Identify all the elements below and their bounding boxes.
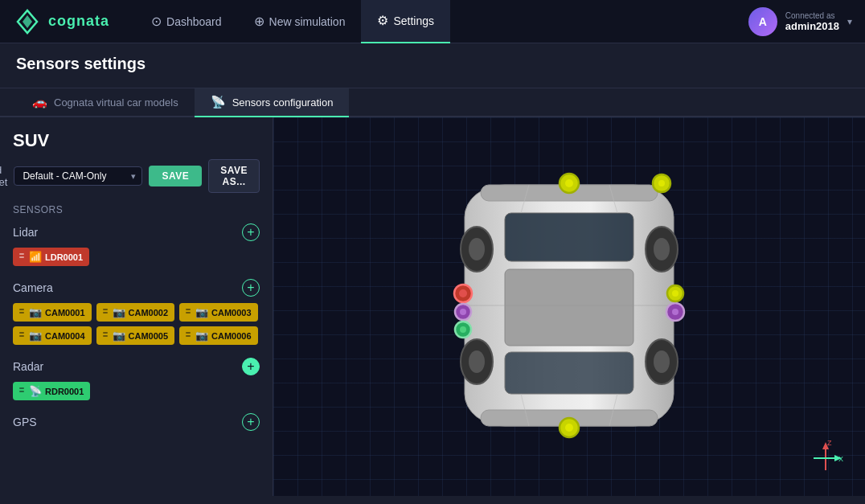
car-models-tab-icon: 🚗 — [32, 95, 47, 109]
camera-group-name: Camera — [13, 281, 53, 294]
avatar: A — [748, 7, 777, 36]
car-top-view — [400, 169, 738, 445]
radar-chip-rdr0001[interactable]: 📡 RDR0001 — [13, 382, 90, 400]
sensors-config-tab-icon: 📡 — [211, 95, 226, 109]
camera-chip-label-6: CAM0006 — [211, 331, 252, 341]
save-as-button[interactable]: SAVE AS... — [208, 159, 260, 193]
camera-chip-label-1: CAM0001 — [45, 308, 85, 318]
camera-chip-icon-2: 📷 — [113, 306, 125, 318]
lidar-chip-ldr0001[interactable]: 📶 LDR0001 — [13, 248, 89, 266]
svg-rect-3 — [505, 213, 633, 261]
lidar-chip-icon: 📶 — [29, 251, 42, 263]
svg-rect-4 — [505, 269, 633, 346]
header: cognata ⊙ Dashboard ⊕ New simulation ⚙ S… — [0, 0, 865, 43]
car-svg — [400, 169, 738, 442]
svg-marker-1 — [23, 15, 32, 28]
svg-point-28 — [460, 309, 466, 315]
camera-chip-label-5: CAM0005 — [129, 331, 169, 341]
logo-text: cognata — [48, 13, 109, 30]
radar-chips: 📡 RDR0001 — [13, 382, 260, 400]
svg-text:Z: Z — [827, 439, 832, 447]
svg-text:X: X — [838, 455, 843, 463]
connected-as-label: Connected as — [785, 11, 839, 20]
camera-chips: 📷 CAM0001 📷 CAM0002 📷 CAM0003 📷 CAM0004 — [13, 303, 260, 345]
svg-point-26 — [459, 289, 467, 297]
camera-chip-label-4: CAM0004 — [45, 331, 85, 341]
preset-select[interactable]: Default - CAM-Only Default - Lidar-Only … — [14, 166, 142, 186]
nav-settings-label: Settings — [393, 14, 434, 27]
add-camera-button[interactable]: + — [242, 279, 260, 297]
user-section: A Connected as admin2018 ▾ — [748, 7, 852, 36]
camera-chip-cam0005[interactable]: 📷 CAM0005 — [96, 326, 175, 345]
camera-chip-icon-5: 📷 — [113, 330, 125, 342]
nav-dashboard-label: Dashboard — [166, 15, 222, 28]
camera-chip-icon-1: 📷 — [29, 306, 42, 318]
sensor-group-radar: Radar + 📡 RDR0001 — [13, 358, 260, 400]
svg-point-34 — [672, 290, 678, 297]
car-visualization: Z X — [273, 117, 865, 496]
axes-indicator: Z X — [806, 438, 846, 481]
lidar-chips: 📶 LDR0001 — [13, 248, 260, 266]
user-info: Connected as admin2018 — [785, 11, 839, 32]
svg-point-16 — [654, 238, 670, 260]
camera-chip-cam0003[interactable]: 📷 CAM0003 — [179, 303, 258, 322]
preset-label: Load preset — [0, 164, 7, 188]
svg-point-20 — [654, 350, 670, 373]
svg-point-30 — [460, 326, 466, 333]
main-content: SUV Load preset Default - CAM-Only Defau… — [0, 117, 865, 496]
nav-new-simulation[interactable]: ⊕ New simulation — [238, 0, 362, 43]
svg-point-32 — [672, 309, 678, 315]
camera-chip-icon-3: 📷 — [195, 306, 208, 318]
sensor-group-lidar: Lidar + 📶 LDR0001 — [13, 223, 260, 266]
camera-chip-cam0001[interactable]: 📷 CAM0001 — [13, 303, 92, 322]
camera-chip-cam0002[interactable]: 📷 CAM0002 — [96, 303, 175, 322]
tab-sensors-config[interactable]: 📡 Sensors configuration — [195, 88, 350, 117]
radar-chip-icon: 📡 — [29, 385, 42, 397]
radar-chip-label: RDR0001 — [45, 387, 84, 396]
gps-group-name: GPS — [13, 416, 37, 428]
sensor-group-camera: Camera + 📷 CAM0001 📷 CAM0002 📷 CAM000 — [13, 279, 260, 345]
svg-point-36 — [565, 424, 573, 432]
cognata-logo-icon — [13, 7, 42, 36]
add-lidar-button[interactable]: + — [242, 223, 260, 241]
camera-chip-label-2: CAM0002 — [129, 308, 169, 318]
tab-sensors-config-label: Sensors configuration — [232, 96, 334, 109]
nav-dashboard[interactable]: ⊙ Dashboard — [135, 0, 238, 43]
user-menu-chevron[interactable]: ▾ — [847, 16, 852, 27]
add-radar-button[interactable]: + — [242, 358, 260, 375]
save-button[interactable]: SAVE — [149, 166, 202, 186]
tab-car-models-label: Cognata virtual car models — [54, 96, 178, 109]
page-title: Sensors settings — [16, 55, 849, 73]
radar-group-name: Radar — [13, 360, 43, 373]
camera-chip-cam0004[interactable]: 📷 CAM0004 — [13, 326, 92, 345]
tabs-bar: 🚗 Cognata virtual car models 📡 Sensors c… — [0, 88, 865, 117]
dashboard-icon: ⊙ — [151, 14, 162, 29]
logo: cognata — [13, 7, 109, 36]
lidar-chip-label: LDR0001 — [45, 252, 83, 262]
username: admin2018 — [785, 20, 839, 32]
new-simulation-icon: ⊕ — [254, 14, 264, 29]
svg-point-24 — [658, 180, 665, 186]
svg-point-22 — [565, 179, 573, 187]
axes-svg: Z X — [806, 438, 846, 478]
camera-chip-icon-6: 📷 — [195, 330, 208, 342]
sensor-group-gps: GPS + — [13, 413, 260, 431]
svg-point-14 — [469, 238, 485, 260]
main-nav: ⊙ Dashboard ⊕ New simulation ⚙ Settings — [135, 0, 748, 43]
camera-chip-cam0006[interactable]: 📷 CAM0006 — [179, 326, 258, 345]
nav-settings[interactable]: ⚙ Settings — [361, 0, 450, 43]
lidar-group-name: Lidar — [13, 226, 38, 239]
nav-new-simulation-label: New simulation — [269, 15, 346, 28]
camera-chip-label-3: CAM0003 — [211, 308, 252, 318]
add-gps-button[interactable]: + — [242, 413, 260, 431]
tab-car-models[interactable]: 🚗 Cognata virtual car models — [16, 88, 195, 117]
settings-icon: ⚙ — [377, 13, 388, 28]
svg-point-18 — [469, 350, 485, 373]
svg-rect-5 — [505, 352, 633, 394]
vehicle-name: SUV — [13, 130, 49, 151]
left-panel: SUV Load preset Default - CAM-Only Defau… — [0, 117, 273, 496]
sensors-section-label: Sensors — [13, 204, 260, 215]
camera-chip-icon-4: 📷 — [29, 330, 42, 342]
preset-select-wrapper: Default - CAM-Only Default - Lidar-Only … — [14, 166, 142, 186]
